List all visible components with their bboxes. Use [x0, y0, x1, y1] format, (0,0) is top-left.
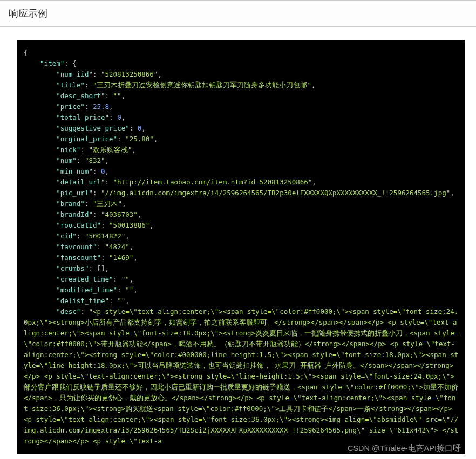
code-container: { "item": { "num_iid": "520813250866", "… — [0, 27, 476, 454]
section-title: 响应示例 — [9, 7, 467, 20]
json-code-block: { "item": { "num_iid": "520813250866", "… — [17, 40, 465, 454]
section-header: 响应示例 — [0, 0, 476, 27]
